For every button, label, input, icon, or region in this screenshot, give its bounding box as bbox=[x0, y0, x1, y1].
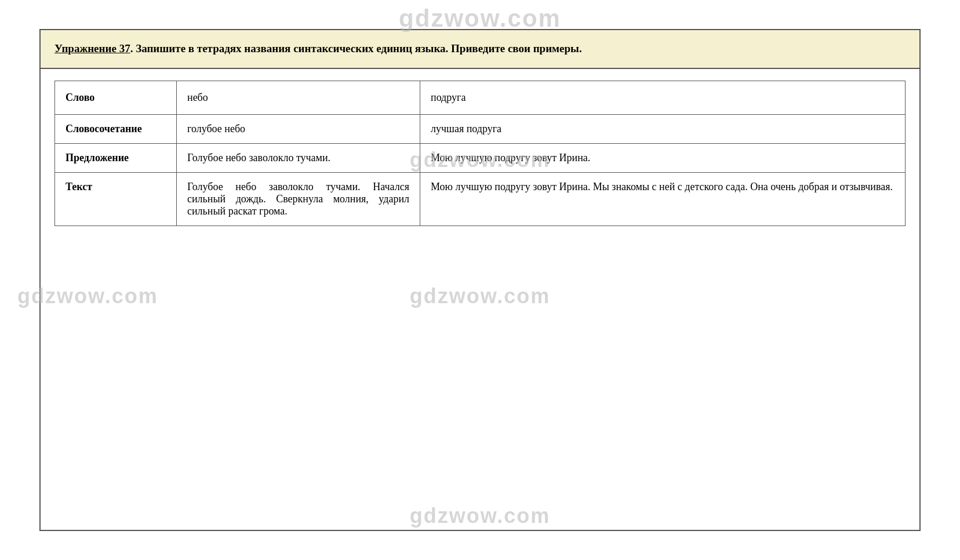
watermark-bot: gdzwow.com bbox=[410, 504, 551, 528]
cell-example1-2: голубое небо bbox=[177, 114, 420, 143]
cell-example1-1: небо bbox=[177, 81, 420, 114]
cell-type-4: Текст bbox=[55, 172, 177, 226]
exercise-text: . Запишите в тетрадях названия синтаксич… bbox=[130, 42, 582, 54]
exercise-number: Упражнение 37 bbox=[54, 42, 130, 54]
cell-example2-4: Мою лучшую подругу зовут Ирина. Мы знако… bbox=[420, 172, 906, 226]
exercise-header: Упражнение 37. Запишите в тетрадях назва… bbox=[41, 30, 919, 69]
watermark-mid2: gdzwow.com bbox=[410, 284, 551, 308]
watermark-left: gdzwow.com bbox=[17, 284, 158, 308]
table-row: Текст Голубое небо заволокло тучами. Нач… bbox=[55, 172, 906, 226]
watermark-top: gdzwow.com bbox=[399, 5, 561, 32]
cell-example1-4: Голубое небо заволокло тучами. Начался с… bbox=[177, 172, 420, 226]
cell-type-2: Словосочетание bbox=[55, 114, 177, 143]
cell-type-3: Предложение bbox=[55, 143, 177, 172]
main-container: Упражнение 37. Запишите в тетрадях назва… bbox=[39, 29, 921, 531]
cell-example2-1: подруга bbox=[420, 81, 906, 114]
cell-example1-3: Голубое небо заволокло тучами. bbox=[177, 143, 420, 172]
table-row: Слово небо подруга bbox=[55, 81, 906, 114]
cell-type-1: Слово bbox=[55, 81, 177, 114]
cell-example2-2: лучшая подруга bbox=[420, 114, 906, 143]
table-row: Словосочетание голубое небо лучшая подру… bbox=[55, 114, 906, 143]
watermark-mid1: gdzwow.com bbox=[410, 148, 551, 172]
